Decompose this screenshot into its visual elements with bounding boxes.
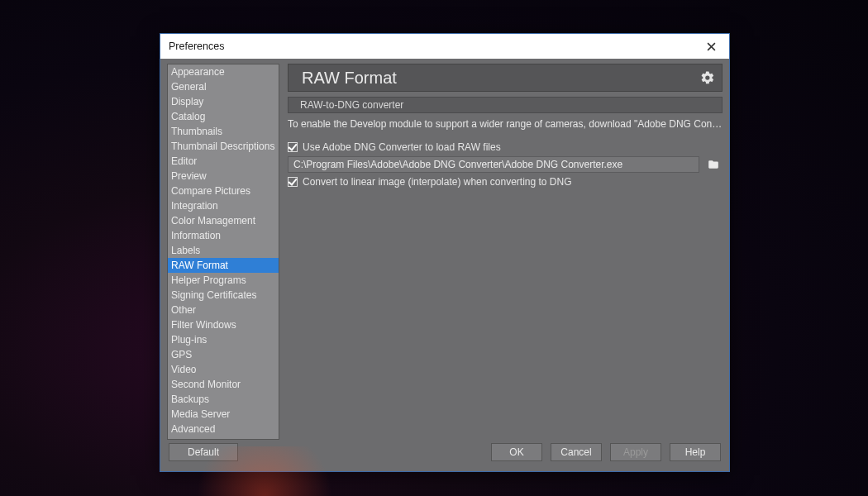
sidebar-item-display[interactable]: Display: [168, 94, 279, 109]
sidebar-item-thumbnails[interactable]: Thumbnails: [168, 124, 279, 139]
dialog-body: AppearanceGeneralDisplayCatalogThumbnail…: [160, 59, 729, 440]
sidebar-item-integration[interactable]: Integration: [168, 198, 279, 213]
sidebar-item-second-monitor[interactable]: Second Monitor: [168, 377, 279, 392]
sidebar-item-information[interactable]: Information: [168, 228, 279, 243]
sidebar-item-advanced[interactable]: Advanced: [168, 422, 279, 436]
close-icon: [707, 42, 716, 51]
sidebar-item-video[interactable]: Video: [168, 362, 279, 377]
sidebar-item-media-server[interactable]: Media Server: [168, 407, 279, 422]
default-button[interactable]: Default: [169, 443, 238, 461]
sidebar-item-filter-windows[interactable]: Filter Windows: [168, 317, 279, 332]
sidebar-item-raw-format[interactable]: RAW Format: [168, 258, 279, 273]
sidebar-item-gps[interactable]: GPS: [168, 347, 279, 362]
sidebar-item-backups[interactable]: Backups: [168, 392, 279, 407]
sidebar-item-compare-pictures[interactable]: Compare Pictures: [168, 184, 279, 198]
linear-label: Convert to linear image (interpolate) wh…: [303, 176, 572, 188]
section-description: To enable the Develop module to support …: [288, 118, 723, 130]
category-list[interactable]: AppearanceGeneralDisplayCatalogThumbnail…: [167, 64, 279, 440]
sidebar-item-appearance[interactable]: Appearance: [168, 64, 279, 79]
preferences-dialog: Preferences AppearanceGeneralDisplayCata…: [160, 33, 730, 472]
section-header: RAW-to-DNG converter: [288, 97, 723, 113]
sidebar-item-general[interactable]: General: [168, 79, 279, 94]
linear-row: Convert to linear image (interpolate) wh…: [288, 176, 723, 188]
sidebar-item-editor[interactable]: Editor: [168, 154, 279, 169]
window-title: Preferences: [169, 41, 224, 52]
sidebar-item-catalog[interactable]: Catalog: [168, 109, 279, 124]
sidebar-item-labels[interactable]: Labels: [168, 243, 279, 258]
sidebar-item-color-management[interactable]: Color Management: [168, 213, 279, 228]
use-dng-checkbox[interactable]: [288, 142, 298, 152]
sidebar-item-helper-programs[interactable]: Helper Programs: [168, 273, 279, 288]
pane-title: RAW Format: [302, 69, 397, 88]
close-button[interactable]: [693, 34, 729, 59]
sidebar-item-thumbnail-descriptions[interactable]: Thumbnail Descriptions: [168, 139, 279, 154]
linear-checkbox[interactable]: [288, 177, 298, 187]
browse-button[interactable]: [704, 156, 723, 173]
gear-icon: [700, 70, 715, 85]
sidebar-item-plug-ins[interactable]: Plug-ins: [168, 332, 279, 347]
use-dng-label: Use Adobe DNG Converter to load RAW file…: [303, 141, 501, 153]
settings-gear-button[interactable]: [700, 70, 715, 85]
titlebar: Preferences: [160, 34, 729, 59]
dng-path-row: [288, 156, 723, 173]
use-dng-row: Use Adobe DNG Converter to load RAW file…: [288, 141, 723, 153]
dng-path-input[interactable]: [288, 156, 699, 173]
dialog-footer: Default OK Cancel Apply Help: [160, 440, 729, 471]
help-button[interactable]: Help: [670, 443, 721, 461]
sidebar-item-preview[interactable]: Preview: [168, 169, 279, 184]
apply-button: Apply: [610, 443, 661, 461]
ok-button[interactable]: OK: [491, 443, 542, 461]
section-title: RAW-to-DNG converter: [300, 99, 403, 111]
sidebar-item-signing-certificates[interactable]: Signing Certificates: [168, 288, 279, 303]
pane-header: RAW Format: [288, 64, 723, 92]
cancel-button[interactable]: Cancel: [551, 443, 602, 461]
settings-pane: RAW Format RAW-to-DNG converter To enabl…: [288, 64, 723, 440]
folder-icon: [707, 159, 720, 170]
sidebar-item-other[interactable]: Other: [168, 303, 279, 317]
